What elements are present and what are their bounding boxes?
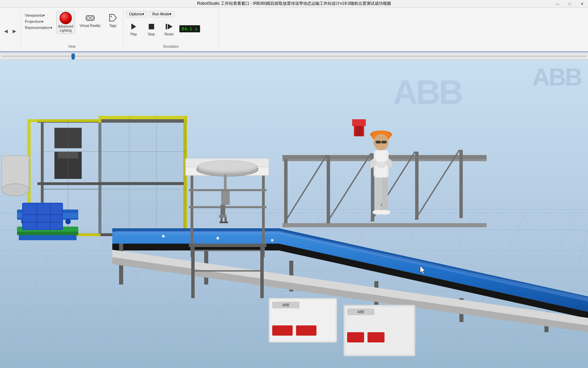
svg-rect-110 xyxy=(415,152,419,220)
svg-rect-116 xyxy=(282,223,487,227)
advanced-lighting-label: AdvancedLighting xyxy=(58,25,73,33)
window-controls: — □ ✕ xyxy=(551,0,588,7)
representation-dropdown[interactable]: Representation▾ xyxy=(23,25,54,30)
svg-rect-96 xyxy=(220,205,225,215)
svg-rect-140 xyxy=(347,332,364,342)
simulation-timer: 84.1 s xyxy=(179,25,200,32)
svg-rect-141 xyxy=(368,332,385,342)
svg-rect-124 xyxy=(381,141,387,143)
svg-text:ABB: ABB xyxy=(357,310,364,314)
scene-svg: ABB ABB ABB xyxy=(0,60,588,368)
svg-rect-95 xyxy=(221,191,230,205)
svg-rect-128 xyxy=(375,178,381,212)
play-button[interactable]: Play xyxy=(126,20,141,37)
play-label: Play xyxy=(130,32,137,36)
close-button[interactable]: ✕ xyxy=(576,0,588,7)
stop-icon xyxy=(146,21,157,32)
tags-button[interactable]: Tags xyxy=(105,11,120,29)
svg-rect-65 xyxy=(17,232,78,235)
tags-icon xyxy=(108,12,118,23)
svg-rect-135 xyxy=(296,325,316,336)
nav-arrows-group: ◀ ▶ xyxy=(0,9,21,50)
svg-point-4 xyxy=(111,16,112,17)
svg-point-131 xyxy=(379,210,390,215)
window-title: RobotStudio 工作站查看窗口 - IRB360跟踪抓取放置传送带动态运… xyxy=(197,1,391,6)
reset-icon xyxy=(164,21,174,32)
svg-point-72 xyxy=(216,237,219,240)
simulation-group: Options▾ Run Mode▾ Play xyxy=(124,9,219,50)
svg-text:ABB: ABB xyxy=(393,73,462,111)
virtual-reality-icon xyxy=(85,12,96,23)
scrubber-thumb[interactable] xyxy=(71,53,75,59)
viewport[interactable]: ABB xyxy=(0,60,588,368)
view-group: Viewpoints▾ Projection▾ Representation▾ … xyxy=(21,9,124,50)
view-dropdowns: Viewpoints▾ Projection▾ Representation▾ xyxy=(23,11,54,30)
svg-rect-36 xyxy=(99,119,184,182)
svg-point-92 xyxy=(198,160,256,171)
svg-point-57 xyxy=(2,184,29,196)
toolbar: ◀ ▶ Viewpoints▾ Projection▾ Representati… xyxy=(0,7,588,52)
svg-rect-87 xyxy=(189,206,266,208)
svg-rect-134 xyxy=(272,325,293,336)
svg-rect-145 xyxy=(23,204,62,229)
svg-rect-100 xyxy=(219,221,228,223)
svg-rect-6 xyxy=(149,24,154,29)
svg-rect-45 xyxy=(27,119,100,122)
svg-point-73 xyxy=(271,239,274,242)
simulation-group-label: Simulation xyxy=(163,44,179,49)
svg-point-63 xyxy=(65,219,71,224)
virtual-reality-label: Virtual Reality xyxy=(80,24,101,28)
svg-rect-49 xyxy=(184,116,187,239)
svg-point-1 xyxy=(87,17,90,19)
minimize-button[interactable]: — xyxy=(551,0,564,7)
svg-marker-5 xyxy=(131,24,136,30)
options-button[interactable]: Options▾ xyxy=(126,11,147,17)
virtual-reality-button[interactable]: Virtual Reality xyxy=(78,11,103,29)
svg-rect-101 xyxy=(191,247,195,298)
svg-rect-48 xyxy=(99,116,187,119)
maximize-button[interactable]: □ xyxy=(564,0,576,7)
stop-button[interactable]: Stop xyxy=(144,20,159,37)
svg-point-2 xyxy=(91,17,93,19)
view-group-label: View xyxy=(68,44,76,49)
projection-dropdown[interactable]: Projection▾ xyxy=(23,19,54,24)
svg-rect-118 xyxy=(352,119,366,126)
svg-point-71 xyxy=(162,235,165,237)
svg-rect-66 xyxy=(19,235,77,240)
svg-rect-102 xyxy=(260,247,264,298)
svg-rect-129 xyxy=(382,178,388,212)
reset-button[interactable]: Reset xyxy=(162,20,177,37)
advanced-lighting-button[interactable]: AdvancedLighting xyxy=(56,11,75,34)
advanced-lighting-icon xyxy=(60,12,72,24)
svg-rect-94 xyxy=(219,189,231,191)
svg-rect-123 xyxy=(376,141,381,143)
nav-forward-button[interactable]: ▶ xyxy=(11,27,18,35)
svg-rect-39 xyxy=(37,182,187,185)
safety-equipment xyxy=(352,119,366,136)
svg-rect-119 xyxy=(356,126,362,136)
svg-rect-37 xyxy=(99,182,184,233)
left-crates xyxy=(22,203,63,230)
title-bar: RobotStudio 工作站查看窗口 - IRB360跟踪抓取放置传送带动态运… xyxy=(0,0,588,7)
svg-rect-108 xyxy=(327,155,330,223)
svg-rect-111 xyxy=(459,150,463,218)
tags-label: Tags xyxy=(109,24,116,28)
play-icon xyxy=(129,21,139,32)
scrubber-bar[interactable] xyxy=(0,53,588,60)
svg-rect-7 xyxy=(166,24,167,29)
nav-back-button[interactable]: ◀ xyxy=(2,27,10,35)
stop-label: Stop xyxy=(148,32,155,36)
svg-rect-85 xyxy=(189,244,266,247)
svg-rect-107 xyxy=(284,159,288,227)
svg-text:ABB: ABB xyxy=(282,303,289,307)
reset-label: Reset xyxy=(165,32,174,36)
run-mode-button[interactable]: Run Mode▾ xyxy=(149,11,175,17)
svg-marker-8 xyxy=(168,24,173,29)
svg-rect-82 xyxy=(191,162,193,257)
viewpoints-dropdown[interactable]: Viewpoints▾ xyxy=(23,13,54,18)
svg-rect-97 xyxy=(219,215,227,218)
scrubber-track[interactable] xyxy=(1,56,587,57)
